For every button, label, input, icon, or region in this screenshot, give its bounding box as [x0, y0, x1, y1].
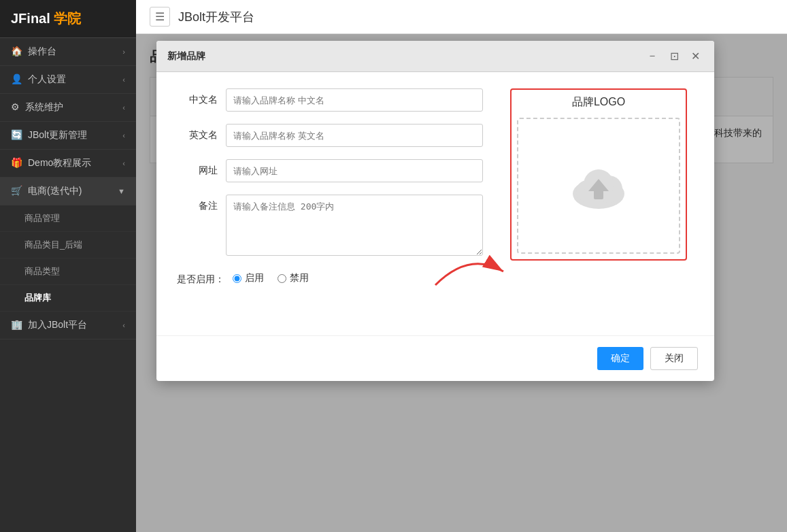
modal-minimize-button[interactable]: －	[643, 48, 661, 65]
radio-enable[interactable]	[233, 274, 241, 283]
main-area: ☰ JBolt开发平台 品牌库管理 当前共 1 条记录 编号 LOGO 中文名 …	[136, 0, 787, 532]
english-name-input[interactable]	[226, 124, 483, 147]
menu-toggle-button[interactable]: ☰	[150, 7, 170, 27]
logo-upload-area[interactable]	[517, 118, 680, 254]
page-content: 品牌库管理 当前共 1 条记录 编号 LOGO 中文名 英文名 网址 备注 1	[136, 34, 787, 532]
sidebar-sub-category[interactable]: 商品类目_后端	[0, 232, 136, 259]
sidebar-logo: JFinal 学院	[0, 0, 136, 38]
website-input[interactable]	[226, 159, 483, 182]
user-icon: 👤	[11, 73, 22, 84]
modal-header: 新增品牌 － ⊡ ✕	[156, 41, 714, 72]
sidebar-item-sysmanage[interactable]: ⚙系统维护 ‹	[0, 94, 136, 122]
modal-add-brand: 新增品牌 － ⊡ ✕ 中文名	[156, 41, 714, 381]
cart-icon: 🛒	[11, 185, 22, 196]
modal-body: 中文名 英文名 网址 备注	[156, 72, 714, 335]
cancel-button[interactable]: 关闭	[650, 347, 698, 370]
modal-controls: － ⊡ ✕	[643, 48, 703, 65]
logo-outer-box: 品牌LOGO	[510, 88, 687, 261]
logo-section: 品牌LOGO	[503, 88, 694, 319]
radio-disable[interactable]	[278, 274, 286, 283]
gift-icon: 🎁	[11, 157, 22, 168]
upload-cloud-icon	[568, 159, 629, 213]
radio-enable-label[interactable]: 启用	[233, 272, 264, 284]
modal-overlay: 新增品牌 － ⊡ ✕ 中文名	[136, 34, 787, 532]
sidebar: JFinal 学院 🏠操作台 › 👤个人设置 ‹ ⚙系统维护 ‹ 🔄JBolt更…	[0, 0, 136, 532]
sidebar-item-dashboard[interactable]: 🏠操作台 ›	[0, 38, 136, 66]
english-name-label: 英文名	[177, 124, 218, 142]
sidebar-sub-brand[interactable]: 品牌库	[0, 285, 136, 312]
sidebar-item-ecommerce[interactable]: 🛒电商(迭代中) ▼	[0, 178, 136, 205]
enable-label: 是否启用：	[177, 268, 224, 286]
confirm-button[interactable]: 确定	[597, 347, 643, 370]
sidebar-sub-goods-type[interactable]: 商品类型	[0, 259, 136, 285]
radio-group: 启用 禁用	[233, 268, 309, 284]
chevron-left-icon5: ‹	[122, 321, 125, 329]
chevron-left-icon2: ‹	[122, 103, 125, 112]
red-arrow	[429, 237, 510, 292]
refresh-icon: 🔄	[11, 129, 22, 140]
home-icon: 🏠	[11, 46, 22, 56]
building-icon: 🏢	[11, 319, 22, 330]
chevron-left-icon4: ‹	[122, 159, 125, 167]
radio-disable-label[interactable]: 禁用	[278, 272, 309, 284]
sidebar-item-jbolt-update[interactable]: 🔄JBolt更新管理 ‹	[0, 122, 136, 150]
chinese-name-input[interactable]	[226, 88, 483, 112]
header: ☰ JBolt开发平台	[136, 0, 787, 34]
modal-footer: 确定 关闭	[156, 335, 714, 381]
modal-restore-button[interactable]: ⊡	[667, 48, 682, 64]
website-label: 网址	[177, 159, 218, 177]
sidebar-logo-text: JFinal 学院	[11, 10, 81, 28]
modal-close-button[interactable]: ✕	[688, 48, 703, 64]
gear-icon: ⚙	[11, 101, 20, 112]
chevron-down-icon: ▼	[118, 187, 125, 195]
remark-label: 备注	[177, 195, 218, 212]
modal-title: 新增品牌	[167, 50, 205, 63]
sidebar-item-personal[interactable]: 👤个人设置 ‹	[0, 66, 136, 94]
chevron-left-icon: ‹	[122, 76, 125, 84]
logo-title: 品牌LOGO	[572, 95, 625, 110]
form-row-website: 网址	[177, 159, 483, 182]
sidebar-sub-goods[interactable]: 商品管理	[0, 205, 136, 232]
sidebar-item-demo[interactable]: 🎁Demo教程展示 ‹	[0, 150, 136, 178]
sidebar-item-join[interactable]: 🏢加入JBolt平台 ‹	[0, 312, 136, 339]
chevron-right-icon: ›	[122, 48, 125, 56]
form-row-chinese: 中文名	[177, 88, 483, 112]
chinese-name-label: 中文名	[177, 88, 218, 106]
chevron-left-icon3: ‹	[122, 131, 125, 139]
form-row-english: 英文名	[177, 124, 483, 147]
header-title: JBolt开发平台	[178, 9, 254, 25]
